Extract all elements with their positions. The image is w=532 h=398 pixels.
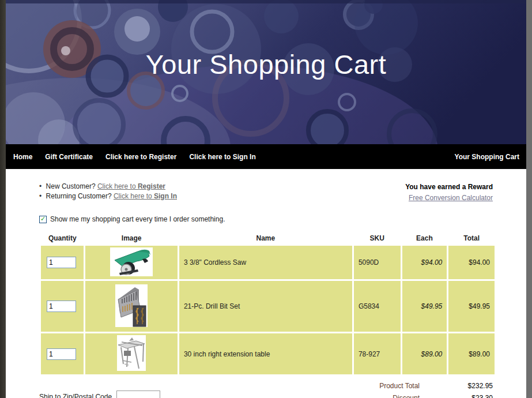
zip-label: Ship to Zip/Postal Code [39,393,112,398]
header-name: Name [179,233,352,244]
product-total-label: Product Total [339,380,420,392]
cart-row-extension-table: 30 inch right extension table 78-927 $89… [41,333,495,374]
product-name: 21-Pc. Drill Bit Set [179,281,352,332]
product-image-cordless-saw[interactable] [110,247,153,276]
cart-content: • New Customer? Click here to Register •… [6,169,526,398]
price-each: $89.00 [402,333,447,374]
price-total: $94.00 [448,246,495,279]
header-each: Each [402,233,447,244]
quantity-input[interactable] [47,348,76,360]
reward-box: You have earned a Reward Free Conversion… [405,182,493,204]
product-name: 30 inch right extension table [179,333,352,374]
account-links: • New Customer? Click here to Register •… [39,182,177,204]
reward-message: You have earned a Reward [405,182,493,193]
sign-in-link-bold: Sign In [154,192,177,200]
discount-row: Discount -$23.30 [339,392,493,398]
new-customer-label: New Customer? [46,182,96,190]
header-banner: Your Shopping Cart [6,0,526,144]
product-sku: 78-927 [354,333,401,374]
nav-item-gift-certificate[interactable]: Gift Certificate [45,153,93,161]
cordless-saw-icon [110,247,153,276]
quantity-input[interactable] [47,257,76,268]
price-each: $49.95 [402,281,447,332]
sign-in-link[interactable]: Click here to Sign In [114,192,177,200]
new-customer-line: • New Customer? Click here to Register [39,182,177,192]
cart-row-cordless-saw: 3 3/8" Cordless Saw 5090D $94.00 $94.00 [41,246,495,279]
discount-value: -$23.30 [420,392,493,398]
header-total: Total [448,233,495,244]
register-link-text: Click here to [97,182,138,190]
cart-header-row: Quantity Image Name SKU Each Total [41,233,495,244]
nav-item-sign-in[interactable]: Click here to Sign In [189,153,255,161]
nav-item-register[interactable]: Click here to Register [105,153,176,161]
product-total-value: $232.95 [420,380,493,392]
register-link-bold: Register [138,182,165,190]
zip-input[interactable] [116,391,160,398]
show-cart-checkbox[interactable] [39,216,47,223]
show-cart-preference: Show me my shopping cart every time I or… [39,215,493,223]
main-nav: Home Gift Certificate Click here to Regi… [6,144,526,169]
free-conversion-calculator-link[interactable]: Free Conversion Calculator [409,193,493,204]
discount-label: Discount [339,392,420,398]
price-total: $89.00 [448,333,495,374]
nav-item-home[interactable]: Home [13,153,32,161]
page-title: Your Shopping Cart [6,48,526,80]
sign-in-link-text: Click here to [114,192,154,200]
product-image-drill-bit-set[interactable] [115,284,148,327]
product-name: 3 3/8" Cordless Saw [179,246,352,279]
product-image-extension-table[interactable] [117,335,146,371]
header-image: Image [85,233,177,244]
show-cart-label: Show me my shopping cart every time I or… [50,215,225,223]
product-sku: G5834 [354,281,401,332]
shopping-cart-page: Your Shopping Cart Home Gift Certificate… [6,0,526,398]
quantity-input[interactable] [47,301,76,312]
cart-row-drill-bit-set: 21-Pc. Drill Bit Set G5834 $49.95 $49.95 [41,281,495,332]
ship-to-zip-row: Ship to Zip/Postal Code [39,389,160,398]
price-each: $94.00 [402,246,447,279]
drill-bit-set-icon [115,284,148,327]
register-link[interactable]: Click here to Register [97,182,165,190]
bullet-icon: • [39,182,41,190]
header-sku: SKU [354,233,401,244]
window-left-edge [0,0,6,398]
product-sku: 5090D [354,246,401,279]
totals-block: Product Total $232.95 Discount -$23.30 [339,380,493,398]
price-total: $49.95 [448,281,495,332]
nav-item-your-shopping-cart[interactable]: Your Shopping Cart [455,153,519,161]
returning-customer-label: Returning Customer? [46,192,112,200]
table-saw-extension-icon [117,335,146,371]
cart-table: Quantity Image Name SKU Each Total [39,231,496,376]
cart-summary-section: Ship to Zip/Postal Code Product Total $2… [39,380,493,398]
returning-customer-line: • Returning Customer? Click here to Sign… [39,192,177,201]
bullet-icon: • [39,192,41,200]
product-total-row: Product Total $232.95 [339,380,493,392]
header-quantity: Quantity [41,233,84,244]
